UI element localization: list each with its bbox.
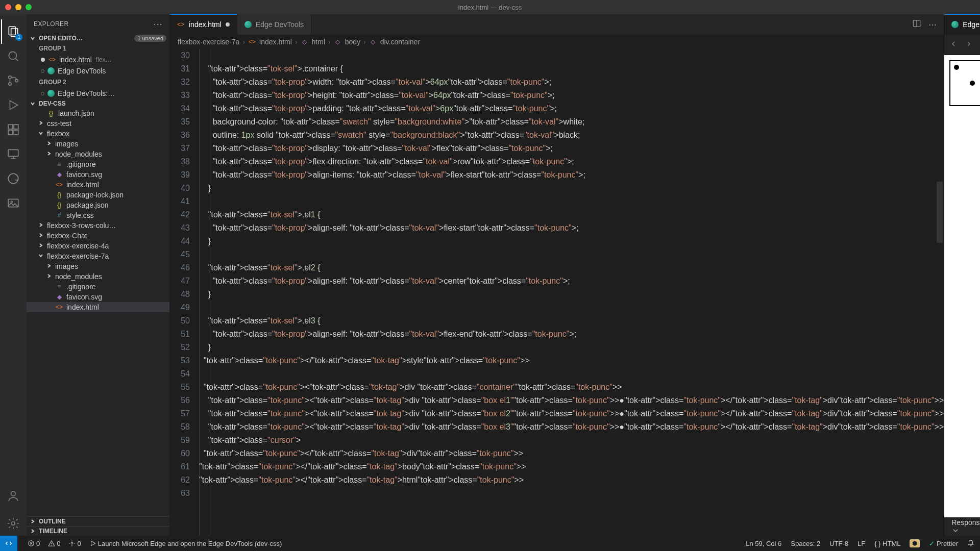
tree-file[interactable]: ◆favicon.svg [27,169,169,180]
window-controls [0,4,32,10]
svg-line-3 [15,58,18,61]
tree-folder[interactable]: flexbox-Chat [27,231,169,241]
svg-rect-10 [8,130,13,135]
split-editor-icon[interactable] [912,19,921,30]
explorer-icon[interactable]: 1 [1,19,26,44]
breadcrumb-item[interactable]: div.container [380,38,420,46]
tree-file[interactable]: ≡.gitignore [27,159,169,169]
scrollbar-thumb[interactable] [937,182,943,243]
tree-file[interactable]: ◆favicon.svg [27,292,169,302]
tree-folder[interactable]: flexbox-exercise-7a [27,251,169,261]
forward-icon[interactable] [965,40,973,50]
extensions-icon[interactable] [1,117,26,142]
file-tree: {}launch.jsoncss-testflexboximagesnode_m… [27,108,169,516]
minimize-window-button[interactable] [15,4,21,10]
eol-button[interactable]: LF [857,540,865,547]
encoding-button[interactable]: UTF-8 [829,540,848,547]
ports-button[interactable]: 0 [68,540,81,547]
symbol-icon: ◇ [334,38,342,46]
project-header[interactable]: DEV-CSS [27,99,169,108]
cursor-position[interactable]: Ln 59, Col 6 [746,540,781,547]
open-editors-label: OPEN EDITO… [39,35,83,42]
prettier-button[interactable]: Prettier [929,540,958,547]
settings-gear-icon[interactable] [1,511,26,536]
tab-edge-devtools[interactable]: Edge DevTools [237,14,311,35]
line-gutter: 30 31 32 33 34 35 36 37 38 39 40 41 42 4… [169,49,199,536]
tree-file[interactable]: {}launch.json [27,108,169,118]
warnings-button[interactable]: 0 [48,540,60,547]
remote-explorer-icon[interactable] [1,142,26,166]
open-editor-item[interactable]: Edge DevTools [27,65,169,77]
open-editors-header[interactable]: OPEN EDITO… 1 unsaved [27,34,169,43]
notifications-icon[interactable] [967,540,976,547]
breadcrumb-item[interactable]: flexbox-exercise-7a [178,38,239,46]
eslint-badge[interactable]: ⬢ [910,539,920,547]
tree-folder[interactable]: node_modules [27,271,169,282]
tab-index-html[interactable]: <> index.html [169,14,237,35]
svg-rect-9 [14,124,18,129]
tab-edge-browser[interactable]: Edge DevTools: Browser ✕ [944,14,980,35]
indentation-button[interactable]: Spaces: 2 [791,540,820,547]
more-icon[interactable]: ⋯ [928,20,937,30]
close-window-button[interactable] [5,4,11,10]
dirty-dot-icon [226,22,230,27]
outline-header[interactable]: OUTLINE [27,516,169,526]
browser-nav [949,40,980,50]
sidebar-title: EXPLORER [34,20,69,28]
timeline-header[interactable]: TIMELINE [27,526,169,536]
edge-icon [47,90,55,97]
tree-folder[interactable]: flexbox-exercise-4a [27,241,169,251]
tree-folder[interactable]: node_modules [27,149,169,159]
tree-folder[interactable]: flexbox [27,129,169,139]
editor-group-2: Edge DevTools: Browser ✕ ⋯ http://localh… [944,14,980,536]
tree-file[interactable]: <>index.html [27,302,169,312]
browser-preview[interactable] [944,55,980,517]
back-icon[interactable] [949,40,958,50]
html-file-icon: <> [177,20,185,29]
tree-file[interactable]: ≡.gitignore [27,282,169,292]
image-icon[interactable] [1,191,26,215]
tree-folder[interactable]: flexbox-3-rows-colu… [27,220,169,231]
tree-file[interactable]: {}package-lock.json [27,190,169,200]
tab-bar: Edge DevTools: Browser ✕ ⋯ [944,14,980,35]
breadcrumb-item[interactable]: body [345,38,360,46]
html-file-icon: <> [248,38,256,46]
tree-file[interactable]: <>index.html [27,180,169,190]
symbol-icon: ◇ [301,38,309,46]
tree-file[interactable]: {}package.json [27,200,169,210]
remote-button[interactable] [0,536,17,551]
code-content[interactable]: "tok-attr">class="tok-sel">.container { … [199,49,944,536]
file-name: index.html [59,56,92,64]
tree-folder[interactable]: css-test [27,118,169,129]
edge-icon [47,67,55,74]
launch-edge-button[interactable]: Launch Microsoft Edge and open the Edge … [89,540,282,547]
source-control-icon[interactable] [1,68,26,93]
tab-label: index.html [189,20,222,29]
svg-point-19 [12,522,15,525]
tab-actions: ⋯ [912,14,944,35]
maximize-window-button[interactable] [26,4,32,10]
group-1-label: GROUP 1 [27,43,169,54]
breadcrumb-item[interactable]: index.html [259,38,292,46]
tree-folder[interactable]: images [27,261,169,271]
search-icon[interactable] [1,44,26,68]
code-editor[interactable]: 30 31 32 33 34 35 36 37 38 39 40 41 42 4… [169,49,944,536]
run-debug-icon[interactable] [1,93,26,117]
open-editor-item[interactable]: Edge DevTools:… [27,88,169,99]
editor-scrollbar[interactable] [937,49,943,536]
account-icon[interactable] [1,484,26,508]
svg-marker-7 [10,101,18,109]
edge-tools-icon[interactable] [1,166,26,191]
timeline-label: TIMELINE [39,528,67,535]
open-editor-item[interactable]: <> index.html flex… [27,54,169,65]
errors-button[interactable]: 0 [28,540,40,547]
breadcrumb-item[interactable]: html [312,38,325,46]
breadcrumb[interactable]: flexbox-exercise-7a› <>index.html› ◇html… [169,35,944,49]
dice-container [949,60,980,106]
tree-file[interactable]: #style.css [27,210,169,220]
tree-folder[interactable]: images [27,139,169,149]
svg-point-4 [9,76,11,79]
responsive-dropdown[interactable]: Responsive [951,518,980,535]
language-mode-button[interactable]: { } HTML [874,540,900,547]
sidebar-more-icon[interactable]: ⋯ [153,18,162,30]
